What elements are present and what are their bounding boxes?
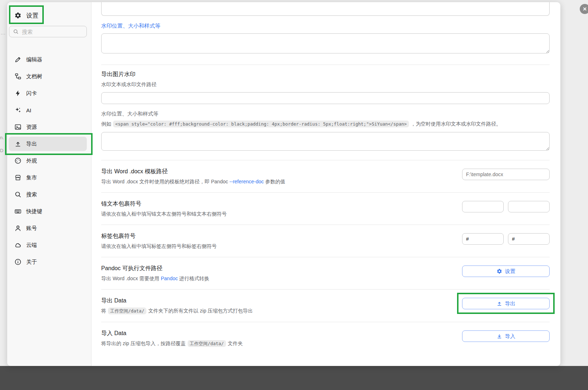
- import-data-button[interactable]: 导入: [462, 330, 550, 342]
- settings-dialog: 设置 编辑器 文档树 闪卡: [7, 2, 560, 366]
- watermark-style-link[interactable]: 水印位置、大小和样式等: [101, 23, 160, 29]
- sidebar-item-label: 文档树: [26, 73, 42, 80]
- section-docx-template: 导出 Word .docx 模板路径 导出 Word .docx 文件时使用的模…: [101, 160, 550, 192]
- close-icon[interactable]: ✕: [580, 4, 588, 14]
- sidebar-item-ai[interactable]: AI: [9, 103, 87, 117]
- image-watermark-style-textarea[interactable]: [101, 132, 550, 151]
- anchor-right-symbol-input[interactable]: [508, 201, 550, 212]
- sidebar-item-label: 导出: [26, 141, 37, 147]
- settings-sidebar: 设置 编辑器 文档树 闪卡: [7, 2, 91, 366]
- sidebar-item-label: 账号: [26, 225, 37, 232]
- download-icon: [497, 333, 502, 339]
- watermark-style-textarea[interactable]: [101, 33, 550, 53]
- section-desc: 请依次在输入框中填写锚文本左侧符号和锚文本右侧符号: [101, 210, 227, 217]
- lightning-icon: [14, 90, 22, 97]
- workspace-data-chip: 工作空间/data/: [108, 307, 146, 314]
- search-icon: [14, 191, 22, 198]
- sidebar-item-label: 编辑器: [26, 56, 42, 63]
- background-fragment: n.: [0, 135, 4, 140]
- section-tag-wrap: 标签包裹符号 请依次在输入框中填写标签左侧符号和标签右侧符号: [101, 225, 550, 257]
- sidebar-item-label: 关于: [26, 259, 37, 266]
- pandoc-settings-button[interactable]: 设置: [462, 266, 550, 277]
- tag-right-symbol-input[interactable]: [508, 233, 550, 245]
- user-icon: [14, 225, 22, 232]
- sidebar-item-editor[interactable]: 编辑器: [9, 52, 87, 67]
- section-desc: 水印文本或水印文件路径: [101, 81, 550, 88]
- image-watermark-text-input[interactable]: [101, 92, 550, 104]
- palette-icon: [14, 157, 22, 164]
- sidebar-item-flashcard[interactable]: 闪卡: [9, 86, 87, 100]
- background-dark-band: [0, 366, 588, 390]
- docx-template-path-input[interactable]: [462, 169, 550, 180]
- section-title: 导出 Data: [101, 297, 253, 305]
- sidebar-item-label: 资源: [26, 124, 37, 131]
- reference-doc-link[interactable]: --reference-doc: [230, 179, 264, 184]
- anchor-left-symbol-input[interactable]: [462, 201, 504, 212]
- sidebar-item-account[interactable]: 账号: [9, 221, 87, 235]
- doc-tree-icon: [14, 73, 22, 80]
- section-image-watermark: 导出图片水印 水印文本或水印文件路径 水印位置、大小和样式等 例如<span s…: [101, 65, 550, 160]
- section-title: 导出 Word .docx 模板路径: [101, 168, 285, 175]
- section-pandoc: Pandoc 可执行文件路径 导出 Word .docx 需要使用 Pandoc…: [101, 257, 550, 289]
- section-title: 标签包裹符号: [101, 232, 217, 240]
- sidebar-item-label: 搜索: [26, 191, 37, 198]
- workspace-data-chip: 工作空间/data/: [188, 340, 226, 347]
- sidebar-item-hotkeys[interactable]: 快捷键: [9, 204, 87, 219]
- section-export-data: 导出 Data 将工作空间/data/文件夹下的所有文件以 zip 压缩包方式打…: [101, 289, 550, 322]
- section-title: 导出图片水印: [101, 70, 550, 78]
- sidebar-item-cloud[interactable]: 云端: [9, 238, 87, 252]
- upload-icon: [14, 140, 22, 147]
- section-desc: 将工作空间/data/文件夹下的所有文件以 zip 压缩包方式打包导出: [101, 307, 253, 315]
- sidebar-items: 编辑器 文档树 闪卡 AI 资源: [7, 52, 91, 269]
- section-title: 锚文本包裹符号: [101, 200, 227, 208]
- settings-search[interactable]: [9, 26, 87, 37]
- sidebar-item-search[interactable]: 搜索: [9, 187, 87, 202]
- settings-content-panel: 水印位置、大小和样式等 导出图片水印 水印文本或水印文件路径 水印位置、大小和样…: [91, 2, 560, 366]
- watermark-text-input-partial[interactable]: [101, 2, 550, 16]
- section-desc: 请依次在输入框中填写标签左侧符号和标签右侧符号: [101, 243, 217, 250]
- image-watermark-style-title: 水印位置、大小和样式等: [101, 110, 550, 117]
- keyboard-icon: [14, 208, 22, 215]
- pencil-icon: [14, 56, 22, 63]
- search-input[interactable]: [22, 29, 76, 35]
- sidebar-item-assets[interactable]: 资源: [9, 120, 87, 134]
- gear-icon: [14, 12, 22, 19]
- section-title: 导入 Data: [101, 329, 243, 337]
- sidebar-item-label: AI: [26, 107, 31, 113]
- section-import-data: 导入 Data 将导出的 zip 压缩包导入，按路径覆盖工作空间/data/文件…: [101, 322, 550, 354]
- store-icon: [14, 174, 22, 181]
- image-watermark-style-desc: 例如<span style="color: #fff;background-co…: [101, 119, 539, 129]
- example-code: <span style="color: #fff;background-colo…: [113, 121, 409, 127]
- background-fragment: ...: [1, 30, 6, 36]
- background-fragment: D: [0, 148, 3, 153]
- info-icon: [14, 258, 22, 266]
- section-desc: 导出 Word .docx 文件时使用的模板绝对路径，即 Pandoc --re…: [101, 178, 285, 185]
- gear-icon: [497, 268, 502, 274]
- sidebar-item-label: 快捷键: [26, 208, 42, 215]
- image-icon: [14, 123, 22, 131]
- tag-left-symbol-input[interactable]: [462, 233, 504, 245]
- sidebar-item-marketplace[interactable]: 集市: [9, 170, 87, 185]
- cloud-icon: [14, 241, 22, 249]
- sidebar-item-export[interactable]: 导出: [9, 137, 87, 151]
- sidebar-item-appearance[interactable]: 外观: [9, 154, 87, 168]
- settings-dialog-title: 设置: [12, 8, 43, 23]
- screen: ... n. D ✕ 设置 编辑器: [0, 0, 588, 390]
- section-anchor-wrap: 锚文本包裹符号 请依次在输入框中填写锚文本左侧符号和锚文本右侧符号: [101, 192, 550, 225]
- sidebar-item-label: 云端: [26, 242, 37, 249]
- section-title: Pandoc 可执行文件路径: [101, 264, 210, 272]
- section-desc: 将导出的 zip 压缩包导入，按路径覆盖工作空间/data/文件夹: [101, 340, 243, 347]
- sidebar-item-label: 集市: [26, 174, 37, 181]
- dialog-title-text: 设置: [26, 11, 38, 20]
- sidebar-item-label: 外观: [26, 158, 37, 164]
- section-desc: 导出 Word .docx 需要使用 Pandoc 进行格式转换: [101, 275, 210, 282]
- sidebar-item-about[interactable]: 关于: [9, 255, 87, 269]
- export-data-button[interactable]: 导出: [462, 298, 550, 309]
- upload-icon: [497, 301, 502, 306]
- search-icon: [13, 29, 19, 34]
- sparkles-icon: [14, 107, 22, 114]
- pandoc-link[interactable]: Pandoc: [161, 276, 178, 281]
- sidebar-item-label: 闪卡: [26, 90, 37, 97]
- sidebar-item-doctree[interactable]: 文档树: [9, 69, 87, 84]
